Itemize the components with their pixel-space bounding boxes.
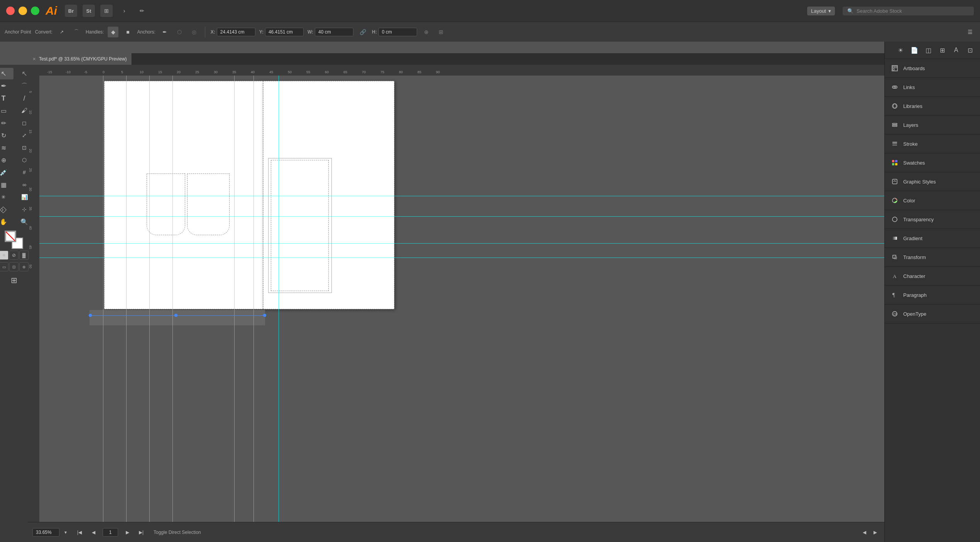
eyedropper-tool[interactable]: 💉 <box>0 167 14 178</box>
slice-tool[interactable]: ⊹ <box>14 204 34 215</box>
stroke-panel-item[interactable]: Stroke <box>885 135 980 153</box>
rectangle-tool[interactable]: ▭ <box>0 105 14 116</box>
maximize-button[interactable] <box>31 7 39 15</box>
color-panel-item[interactable]: Color <box>885 191 980 210</box>
links-panel-item[interactable]: Links <box>885 78 980 96</box>
fg-bg-swatches[interactable] <box>5 231 23 249</box>
draw-inside-btn[interactable]: ⊚ <box>19 262 29 271</box>
gradient-panel-item[interactable]: Gradient <box>885 229 980 247</box>
x-value-input[interactable] <box>217 28 255 36</box>
transparency-panel-item[interactable]: Transparency <box>885 210 980 229</box>
panel-sun-icon[interactable]: ☀ <box>895 45 906 56</box>
stock-icon-btn[interactable]: St <box>83 5 95 17</box>
draw-normal-btn[interactable]: ▭ <box>0 262 8 271</box>
anchors-pen-btn[interactable]: ✒ <box>159 27 170 37</box>
chevron-down-icon: › <box>123 8 125 14</box>
paintbrush-tool[interactable]: 🖌 <box>14 105 34 116</box>
scale-tool[interactable]: ⤢ <box>14 130 34 141</box>
gradient-fill-btn[interactable]: ▓ <box>19 251 29 260</box>
foreground-swatch[interactable] <box>5 231 16 242</box>
curvature-tool[interactable]: ⌒ <box>14 80 34 92</box>
nav-first-btn[interactable]: |◀ <box>75 528 84 537</box>
panel-transform-icon-btn[interactable]: ⊡ <box>965 45 975 56</box>
search-stock-placeholder: Search Adobe Stock <box>857 8 902 14</box>
zoom-dropdown-btn[interactable]: ▾ <box>61 528 70 537</box>
line-tool[interactable]: / <box>14 93 34 104</box>
panel-adjust-icon[interactable]: ⊞ <box>937 45 948 56</box>
panel-text-icon[interactable]: A <box>951 45 961 56</box>
more-options-btn[interactable]: ☰ <box>965 27 975 37</box>
pencil-tool[interactable]: ✏ <box>0 117 14 129</box>
right-panel: ☀ 📄 ◫ ⊞ A ⊡ Artboards <box>884 42 980 542</box>
search-stock-field[interactable]: 🔍 Search Adobe Stock <box>843 7 974 15</box>
handles-sharp-btn[interactable]: ◆ <box>108 27 118 37</box>
artboard-tool[interactable]: ◱ <box>0 204 14 215</box>
opentype-panel-item[interactable]: Ot OpenType <box>885 305 980 323</box>
nav-last-btn[interactable]: ▶| <box>137 528 146 537</box>
character-section: A Character <box>885 267 980 286</box>
direct-selection-tool[interactable]: ↖ <box>14 68 34 79</box>
close-button[interactable] <box>6 7 15 15</box>
selection-tool[interactable]: ↖ <box>0 68 14 79</box>
paragraph-panel-item[interactable]: ¶ Paragraph <box>885 286 980 304</box>
status-arrow-right[interactable]: ▶ <box>870 528 880 537</box>
grid-view-btn[interactable]: ⊞ <box>100 5 113 17</box>
panel-layers-icon-btn[interactable]: ◫ <box>923 45 934 56</box>
free-transform-tool[interactable]: ⊡ <box>14 142 34 153</box>
layout-button[interactable]: Layout ▾ <box>807 7 835 15</box>
status-arrow-left[interactable]: ◀ <box>860 528 869 537</box>
perspective-tool[interactable]: ⬡ <box>14 154 34 166</box>
swatches-panel-item[interactable]: Swatches <box>885 153 980 172</box>
rotate-tool[interactable]: ↻ <box>0 130 14 141</box>
handles-round-btn[interactable]: ■ <box>122 27 133 37</box>
h-value-input[interactable] <box>378 28 417 36</box>
selection-handle-right[interactable] <box>263 314 266 317</box>
symbol-sprayer-tool[interactable]: ✳ <box>0 191 14 203</box>
anchors-corner-btn[interactable]: ⬡ <box>174 27 185 37</box>
blend-tool[interactable]: ∞ <box>14 179 34 190</box>
view-more-btn[interactable]: › <box>118 5 130 17</box>
draw-behind-btn[interactable]: ⊡ <box>9 262 19 271</box>
libraries-panel-item[interactable]: Libraries <box>885 97 980 115</box>
graphic-styles-panel-item[interactable]: Graphic Styles <box>885 172 980 191</box>
nav-prev-btn[interactable]: ◀ <box>89 528 98 537</box>
transform-panel-item[interactable]: Transform <box>885 248 980 266</box>
none-btn[interactable]: ⊘ <box>9 251 19 260</box>
graph-tool[interactable]: 📊 <box>14 191 34 203</box>
guide-v-6 <box>253 76 254 522</box>
anchors-smooth-btn[interactable]: ◎ <box>189 27 199 37</box>
y-value-input[interactable] <box>265 28 304 36</box>
zoom-tool[interactable]: 🔍 <box>14 216 34 227</box>
doc-tab[interactable]: ✕ Test.pdf* @ 33.65% (CMYK/GPU Preview) <box>28 53 132 65</box>
gradient-tool[interactable]: ▦ <box>0 179 14 190</box>
nav-next-btn[interactable]: ▶ <box>123 528 132 537</box>
mesh-tool[interactable]: # <box>14 167 34 178</box>
eyedropper-tools-row: 💉 # <box>0 167 34 178</box>
shape-builder-tool[interactable]: ⊕ <box>0 154 14 166</box>
minimize-button[interactable] <box>19 7 27 15</box>
layers-panel-item[interactable]: Layers <box>885 116 980 134</box>
selection-handle-left[interactable] <box>89 314 92 317</box>
zoom-input[interactable] <box>32 528 59 537</box>
convert-curve-btn[interactable]: ⌒ <box>71 27 82 37</box>
hand-tool[interactable]: ✋ <box>0 216 14 227</box>
w-value-input[interactable] <box>315 28 353 36</box>
pen-tool[interactable]: ✒ <box>0 80 14 92</box>
artboards-panel-item[interactable]: Artboards <box>885 59 980 77</box>
constrain-btn[interactable]: 🔗 <box>357 27 368 37</box>
transform-options-btn[interactable]: ⊕ <box>421 27 432 37</box>
convert-arrow-btn[interactable]: ↗ <box>56 27 67 37</box>
page-number-input[interactable] <box>103 528 118 537</box>
warp-tool[interactable]: ≋ <box>0 142 14 153</box>
bridge-icon-btn[interactable]: Br <box>65 5 77 17</box>
character-panel-item[interactable]: A Character <box>885 267 980 285</box>
selection-handle-mid[interactable] <box>174 314 177 317</box>
panel-page-icon[interactable]: 📄 <box>909 45 920 56</box>
pen-tool-btn[interactable]: ✏ <box>136 5 148 17</box>
type-tool[interactable]: T <box>0 93 14 104</box>
distribute-btn[interactable]: ⊞ <box>436 27 446 37</box>
color-fill-btn[interactable]: ■ <box>0 251 8 260</box>
tab-close-icon[interactable]: ✕ <box>32 57 36 62</box>
eraser-tool[interactable]: ◻ <box>14 117 34 129</box>
presentation-mode-btn[interactable]: ⊞ <box>4 274 24 286</box>
